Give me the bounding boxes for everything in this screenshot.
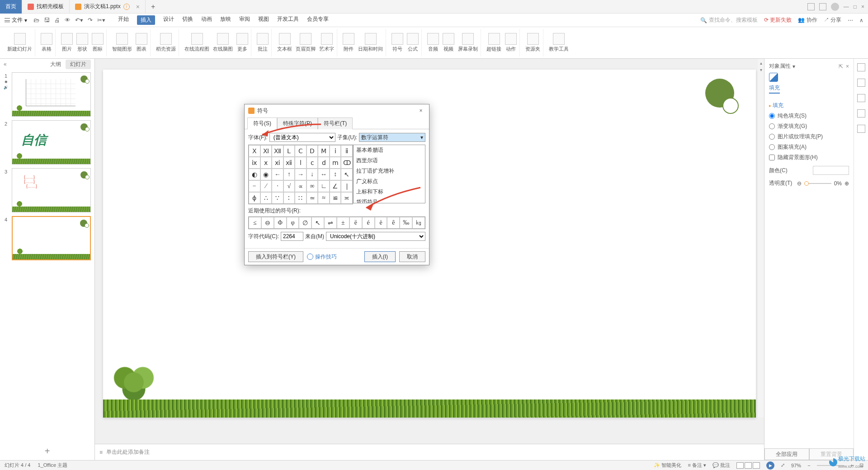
window-controls: — □ × [807, 3, 868, 11]
ribbon-icon[interactable]: 图标 [92, 33, 104, 52]
update-failed[interactable]: ⟳ 更新失败 [764, 16, 792, 24]
ribbon-attach[interactable]: 附件 [343, 33, 354, 52]
collapse-ribbon-icon[interactable]: ∧ [859, 17, 863, 24]
audio-icon [427, 33, 439, 45]
ribbon: 新建幻灯片 表格 图片 形状 图标 智能图形 图表 稻壳资源 在线流程图 在线脑… [0, 27, 868, 59]
link-icon [488, 33, 500, 45]
screenrec-icon [462, 33, 474, 45]
tab-review[interactable]: 审阅 [239, 15, 250, 25]
save-icon[interactable]: 🖫 [44, 17, 50, 24]
ribbon-flowchart[interactable]: 在线流程图 [184, 33, 209, 52]
undo-icon[interactable]: ↶▾ [75, 17, 83, 24]
icon-icon [92, 33, 104, 45]
action-icon [505, 33, 517, 45]
tab-design[interactable]: 设计 [163, 15, 174, 25]
tab-slideshow[interactable]: 放映 [220, 15, 231, 25]
shape-icon [76, 33, 88, 45]
comment-icon [257, 33, 269, 45]
search-box[interactable]: 🔍查找命令、搜索模板 [700, 16, 758, 24]
minimize-button[interactable]: — [844, 4, 849, 10]
teaching-icon [553, 33, 565, 45]
ribbon-mindmap[interactable]: 在线脑图 [213, 33, 233, 52]
tab-view[interactable]: 视图 [258, 15, 269, 25]
tab-label: 演示文稿1.pptx [84, 3, 121, 10]
layout-icon[interactable] [807, 3, 815, 10]
tab-vip[interactable]: 会员专享 [307, 15, 329, 25]
tab-home[interactable]: 首页 [0, 0, 22, 14]
datetime-icon [365, 33, 377, 45]
coop-button[interactable]: 👥 协作 [798, 16, 817, 24]
close-button[interactable]: × [861, 4, 864, 10]
ribbon-docer[interactable]: 稻壳资源 [153, 29, 179, 56]
equation-icon [407, 33, 419, 45]
picture-icon [61, 33, 73, 45]
quick-access-toolbar: 🗁 🖫 🖨 👁 ↶▾ ↷ ✂▾ [33, 17, 105, 24]
ribbon-table[interactable]: 表格 [38, 29, 56, 56]
tab-insert[interactable]: 插入 [137, 15, 155, 25]
mindmap-icon [217, 33, 229, 45]
template-icon [28, 4, 34, 10]
flowchart-icon [191, 33, 203, 45]
ribbon-audio[interactable]: 音频 [427, 33, 439, 52]
ribbon-resource[interactable]: 资源夹 [523, 29, 543, 56]
ribbon-shape[interactable]: 形状 [76, 33, 88, 52]
ribbon-symbol[interactable]: 符号 [392, 33, 403, 52]
smartart-icon [116, 33, 128, 45]
ribbon-equation[interactable]: 公式 [407, 33, 419, 52]
share-button[interactable]: ↗ 分享 [824, 16, 841, 24]
warning-icon: ! [123, 4, 130, 10]
chart-icon [136, 33, 147, 45]
hamburger-icon [5, 18, 10, 22]
open-icon[interactable]: 🗁 [33, 17, 39, 24]
search-icon: 🔍 [700, 17, 707, 24]
tab-label: 找稻壳模板 [37, 3, 64, 10]
search-placeholder: 查找命令、搜索模板 [709, 16, 758, 24]
ribbon-online: 在线流程图 在线脑图 更多 [182, 29, 251, 56]
tab-developer[interactable]: 开发工具 [277, 15, 299, 25]
tab-label: 首页 [5, 3, 16, 10]
video-icon [443, 33, 454, 45]
tab-animation[interactable]: 动画 [201, 15, 212, 25]
ribbon-more[interactable]: 更多 [236, 33, 248, 52]
ribbon-tabs: 开始 插入 设计 切换 动画 放映 审阅 视图 开发工具 会员专享 [118, 15, 329, 25]
print-icon[interactable]: 🖨 [54, 17, 60, 24]
tab-templates[interactable]: 找稻壳模板 [22, 0, 70, 14]
ribbon-screenrec[interactable]: 屏幕录制 [458, 33, 478, 52]
ribbon-chart[interactable]: 图表 [136, 33, 147, 52]
ribbon-action[interactable]: 动作 [505, 33, 517, 52]
tab-start[interactable]: 开始 [118, 15, 129, 25]
ribbon-hyperlink[interactable]: 超链接 [486, 33, 501, 52]
more-icon[interactable]: ⋯ [848, 17, 853, 24]
ribbon-text: 文本框 页眉页脚 艺术字 [274, 29, 337, 56]
ppt-icon [75, 4, 81, 10]
ribbon-header-footer[interactable]: 页眉页脚 [296, 33, 316, 52]
new-tab-button[interactable]: + [146, 3, 160, 11]
ribbon-media: 音频 视频 屏幕录制 [425, 29, 481, 56]
file-menu[interactable]: 文件▾ [5, 16, 27, 24]
ribbon-teaching[interactable]: 教学工具 [546, 29, 571, 56]
table-icon [41, 33, 52, 45]
file-label: 文件 [12, 16, 23, 24]
tab-transition[interactable]: 切换 [182, 15, 193, 25]
chevron-down-icon: ▾ [24, 17, 27, 24]
redo-icon[interactable]: ↷ [88, 17, 93, 24]
resource-icon [527, 33, 539, 45]
ribbon-video[interactable]: 视频 [443, 33, 454, 52]
new-slide-icon [14, 33, 26, 45]
ribbon-new-slide[interactable]: 新建幻灯片 [5, 29, 35, 56]
close-icon[interactable]: × [136, 3, 140, 10]
maximize-button[interactable]: □ [854, 4, 857, 10]
ribbon-textbox[interactable]: 文本框 [277, 33, 292, 52]
grid-icon[interactable] [819, 3, 826, 10]
format-painter-icon[interactable]: ✂▾ [97, 17, 105, 24]
ribbon-wordart[interactable]: 艺术字 [319, 33, 334, 52]
ribbon-smartart[interactable]: 智能图形 [112, 33, 132, 52]
ribbon-picture[interactable]: 图片 [61, 33, 73, 52]
more-icon [236, 33, 248, 45]
avatar[interactable] [831, 3, 839, 11]
preview-icon[interactable]: 👁 [65, 17, 71, 24]
ribbon-datetime[interactable]: 日期和时间 [358, 33, 383, 52]
ribbon-comment[interactable]: 批注 [254, 29, 272, 56]
tab-document[interactable]: 演示文稿1.pptx!× [70, 0, 146, 14]
titlebar: 首页 找稻壳模板 演示文稿1.pptx!× + — □ × [0, 0, 868, 14]
